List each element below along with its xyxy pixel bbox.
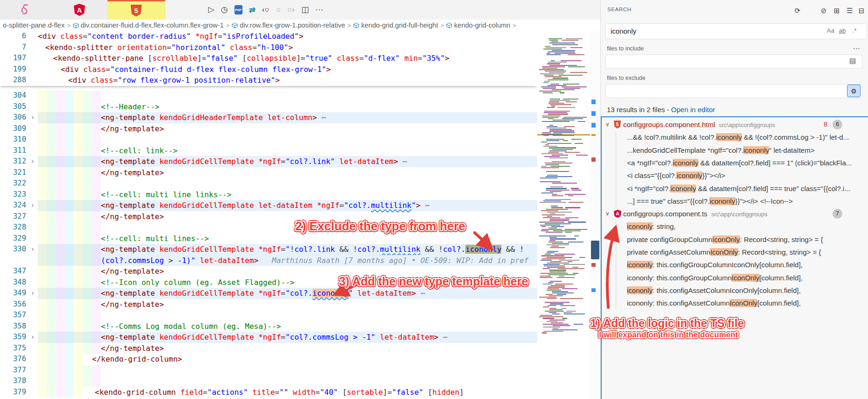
more-actions-icon[interactable]: ··· xyxy=(315,3,323,17)
files-to-exclude-input[interactable] xyxy=(605,84,862,98)
code-line[interactable]: 306›<ng-template kendoGridHeaderTemplate… xyxy=(0,112,537,123)
minimap[interactable] xyxy=(537,31,590,399)
tab-scss-file[interactable] xyxy=(0,0,52,20)
code-line[interactable]: 376</kendo-grid-column> xyxy=(0,354,537,365)
search-match-row[interactable]: <i class="{{col?.icononly}}"></i> xyxy=(602,169,868,182)
search-match-row[interactable]: icononly: this.configGroupColumnIconOnly… xyxy=(602,271,868,284)
fold-chevron-icon[interactable]: › xyxy=(29,288,36,299)
code-line[interactable]: 330›<ng-template kendoGridCellTemplate *… xyxy=(0,244,537,255)
search-match-row[interactable]: icononly: this.configGroupColumnIconOnly… xyxy=(602,258,868,271)
indent-guides xyxy=(38,101,101,113)
search-match-row[interactable]: icononly: this.configAssetColumnIconOnly… xyxy=(602,297,868,309)
exclude-settings-gear-icon[interactable]: ⚙ xyxy=(847,85,861,97)
sticky-line[interactable]: 7<kendo-splitter orientation="horizontal… xyxy=(0,42,537,53)
code-line[interactable]: 379<kendo-grid-column field="actions" ti… xyxy=(0,387,537,398)
code-line[interactable]: 321</ng-template> xyxy=(0,167,537,178)
collapse-all-icon[interactable]: ⊟ xyxy=(856,5,867,16)
code-line[interactable]: 357 xyxy=(0,310,537,321)
code-line[interactable]: 304 xyxy=(0,90,537,101)
search-match-row[interactable]: private configGroupColumnIconOnly: Recor… xyxy=(602,233,868,246)
code-line[interactable]: 309</ng-template> xyxy=(0,123,537,135)
tab-html-template-active[interactable]: 5 xyxy=(107,0,165,20)
code-line[interactable]: 305<!--Header--> xyxy=(0,101,537,113)
code-line[interactable]: 377 xyxy=(0,365,537,376)
minimap-line xyxy=(547,298,557,299)
code-line[interactable]: 349›<ng-template kendoGridCellTemplate *… xyxy=(0,288,537,299)
code-line[interactable]: 311<!--cell: link--> xyxy=(0,145,537,157)
minimap-line xyxy=(548,38,562,39)
nav-forward-icon[interactable]: ○› xyxy=(287,3,295,17)
refresh-icon[interactable]: ⟳ xyxy=(792,5,803,16)
search-match-row[interactable]: <a *ngIf="col?.icononly && dataItem[col?… xyxy=(602,157,868,169)
open-editors-book-icon[interactable]: ▤ xyxy=(847,55,858,66)
minimap-line xyxy=(539,221,564,222)
minimap-line xyxy=(569,202,583,203)
code-editor[interactable]: 304305<!--Header-->306›<ng-template kend… xyxy=(0,31,537,399)
code-line[interactable]: 359›<ng-template kendoGridCellTemplate *… xyxy=(0,332,537,343)
code-line[interactable]: 378 xyxy=(0,376,537,387)
breadcrumb-item[interactable]: div.container-fluid.d-flex.flex-column.f… xyxy=(73,21,224,29)
fold-chevron-icon[interactable]: › xyxy=(29,244,36,255)
sticky-line[interactable]: 197<kendo-splitter-pane [scrollable]="fa… xyxy=(0,53,537,64)
code-line[interactable]: 324›<ng-template kendoGridCellTemplate l… xyxy=(0,200,537,211)
search-match-row[interactable]: ...&& !col?.multilink && !col?.icononly … xyxy=(602,131,868,143)
breadcrumb-item[interactable]: o-splitter-pane.d-flex xyxy=(3,21,64,29)
code-line[interactable]: 312›<ng-template kendoGridCellTemplate *… xyxy=(0,156,537,167)
breadcrumb-item[interactable]: div.row.flex-grow-1.position-relative xyxy=(232,21,345,29)
code-line[interactable]: 375</ng-template> xyxy=(0,343,537,354)
compare-changes-icon[interactable]: ⇄diff xyxy=(249,5,256,15)
fold-chevron-icon[interactable]: › xyxy=(29,156,36,167)
search-match-row[interactable]: private configAssetColumnIconOnly: Recor… xyxy=(602,246,868,258)
split-editor-icon[interactable]: ◫ xyxy=(301,3,309,17)
minimap-line xyxy=(545,46,550,47)
match-case-toggle[interactable]: Aa xyxy=(825,26,836,36)
search-match-row[interactable]: ...kendoGridCellTemplate *ngIf="col?.ico… xyxy=(602,144,868,157)
code-line[interactable]: (col?.commsLog > -1)" let-dataItem> Mart… xyxy=(0,255,537,266)
minimap-line xyxy=(549,65,577,66)
chevron-down-icon[interactable]: ∨ xyxy=(605,118,610,131)
fold-chevron-icon[interactable]: › xyxy=(29,112,36,123)
tab-angular-component[interactable]: A xyxy=(51,0,108,20)
fold-chevron-icon[interactable]: › xyxy=(29,332,36,343)
nav-back-icon[interactable]: ‹○ xyxy=(262,3,270,17)
minimap-line xyxy=(550,238,576,239)
indent-guides xyxy=(38,332,101,343)
code-line[interactable]: 323<!--cell: multi line links--> xyxy=(0,189,537,200)
code-line[interactable]: 310 xyxy=(0,134,537,145)
breadcrumb-item[interactable]: kendo-grid.grid-full-height xyxy=(353,21,438,29)
sticky-line[interactable]: 6<div class="content border-radius" *ngI… xyxy=(0,31,537,42)
search-result-file-row[interactable]: ∨Aconfiggroups.component.tssrc\app\confi… xyxy=(602,207,868,220)
minimap-line xyxy=(547,143,571,144)
sticky-line[interactable]: 288<div class="row flex-grow-1 position-… xyxy=(0,75,537,86)
open-in-editor-link[interactable]: Open in editor xyxy=(671,106,715,114)
fold-chevron-icon[interactable]: › xyxy=(29,200,36,211)
code-line[interactable]: 322 xyxy=(0,178,537,189)
nav-circle-icon[interactable]: ○ xyxy=(276,3,281,17)
timeline-history-icon[interactable]: ◷ xyxy=(221,3,228,17)
run-icon[interactable]: ▷ xyxy=(208,3,214,17)
code-line[interactable]: 358<!--Comms Log modal column (eg. Mesa)… xyxy=(0,321,537,332)
regex-toggle[interactable]: .* xyxy=(849,26,860,36)
search-match-row[interactable]: icononly: this.configAssetColumnIconOnly… xyxy=(602,284,868,297)
php-file-icon[interactable]: PHP xyxy=(235,5,242,14)
breadcrumb-item[interactable]: kendo-grid-column xyxy=(446,21,510,29)
code-line[interactable]: 356</ng-template> xyxy=(0,299,537,310)
chevron-down-icon[interactable]: ∨ xyxy=(605,207,610,220)
search-result-file-row[interactable]: ∨5configgroups.component.htmlsrc\app\con… xyxy=(602,118,868,131)
minimap-line xyxy=(550,213,555,214)
minimap-line xyxy=(568,54,584,55)
minimap-line xyxy=(540,315,552,316)
toggle-search-details-icon[interactable]: ⋯ xyxy=(851,43,862,54)
sticky-line[interactable]: 199<div class="container-fluid d-flex fl… xyxy=(0,64,537,75)
open-new-search-editor-icon[interactable]: ⊞ xyxy=(831,5,842,16)
overview-ruler-scrollbar[interactable] xyxy=(590,31,600,399)
search-match-row[interactable]: <i *ngIf="col?.icononly && dataItem[col?… xyxy=(602,182,868,195)
scrollbar-thumb[interactable] xyxy=(591,241,599,259)
search-match-row[interactable]: icononly: string, xyxy=(602,220,868,233)
clear-search-results-icon[interactable]: ⊘ xyxy=(818,5,829,16)
view-as-list-icon[interactable]: ☰ xyxy=(844,5,855,16)
code-line[interactable]: 329<!--cell: multi lines--> xyxy=(0,233,537,244)
search-match-row[interactable]: ...] === true" class="{{col?.icononly}}"… xyxy=(602,195,868,207)
files-to-include-input[interactable] xyxy=(605,55,862,69)
whole-word-toggle[interactable]: ab xyxy=(837,26,848,36)
